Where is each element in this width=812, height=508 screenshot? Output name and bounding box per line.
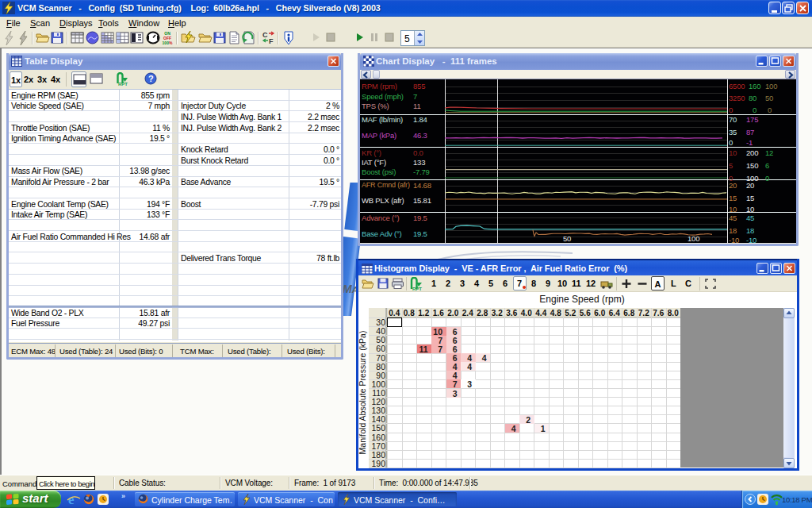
svg-text:RPT: RPT (118, 82, 128, 87)
svg-text:?: ? (148, 74, 154, 83)
svg-text:C: C (262, 31, 268, 39)
svg-text:RPT: RPT (412, 287, 422, 291)
svg-text:F: F (269, 37, 274, 44)
